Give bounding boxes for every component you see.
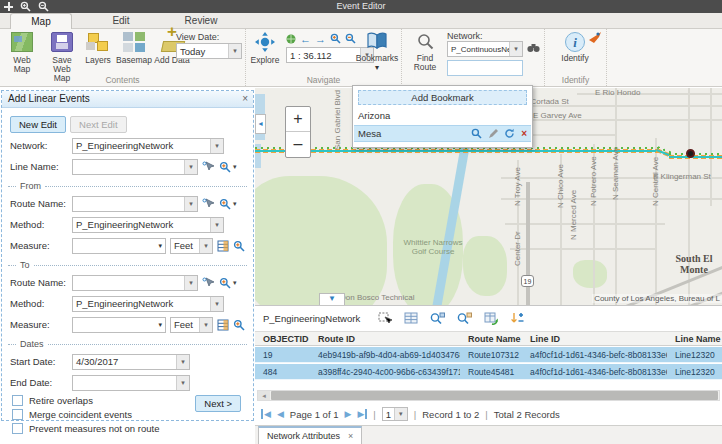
to-measure-input[interactable]: ▾ (72, 317, 166, 333)
chevron-down-icon[interactable]: ▾ (184, 276, 197, 290)
prevent-measures-option[interactable]: Prevent measures not on route (12, 423, 243, 434)
column-header[interactable]: Route ID (310, 334, 460, 344)
from-measure-input[interactable]: ▾ (72, 238, 166, 254)
web-map-button[interactable]: Web Map (4, 32, 40, 74)
place-label: South El Monte (663, 253, 722, 275)
next-page-button[interactable]: ▶ (344, 409, 351, 419)
chevron-down-icon[interactable]: ▾ (394, 408, 407, 420)
chevron-down-icon[interactable]: ▾ (158, 321, 165, 329)
select-on-map-icon[interactable] (202, 161, 215, 173)
zoom-menu-icon[interactable]: ▾ (219, 198, 237, 210)
chevron-down-icon[interactable]: ▾ (210, 139, 223, 153)
full-extent-icon[interactable] (286, 34, 296, 44)
next-extent-icon[interactable]: → (315, 34, 326, 44)
explore-button[interactable]: Explore (249, 32, 281, 65)
bookmark-item-mesa[interactable]: Mesa × (354, 125, 531, 142)
zoom-to-bookmark-icon[interactable] (471, 128, 482, 139)
zoom-to-selected-icon[interactable] (430, 312, 445, 325)
calendar-dropdown-icon[interactable]: ▾ (176, 376, 189, 390)
next-button[interactable]: Next > (195, 395, 241, 412)
zoom-to-measure-icon[interactable] (233, 240, 245, 252)
zoom-menu-icon[interactable]: ▾ (219, 161, 237, 173)
measure-picker-icon[interactable] (217, 319, 229, 331)
layer-name-tab[interactable]: P_EngineeringNetwork (263, 313, 360, 324)
bookmarks-button[interactable]: Bookmarks ▾ (354, 32, 400, 72)
collapse-table-arrow[interactable]: ▼ (319, 293, 345, 305)
basemap-button[interactable]: Basemap (114, 32, 154, 65)
bookmark-item-arizona[interactable]: Arizona (354, 108, 531, 123)
chevron-down-icon[interactable]: ▾ (509, 42, 522, 56)
line-name-input[interactable]: ▾ (72, 159, 198, 175)
to-route-name-input[interactable]: ▾ (72, 275, 198, 291)
column-header[interactable]: Route Name (460, 334, 522, 344)
zoom-out-button[interactable]: – (286, 132, 310, 157)
tab-network-attributes[interactable]: Network Attributes × (258, 426, 362, 444)
zoom-in-button[interactable]: + (286, 107, 310, 132)
chevron-down-icon[interactable]: ▾ (210, 218, 223, 232)
last-page-button[interactable]: ▶ (357, 409, 367, 419)
chevron-down-icon[interactable]: ▾ (184, 197, 197, 211)
route-point-marker[interactable] (686, 149, 695, 158)
scrollbar-thumb[interactable] (271, 391, 718, 400)
previous-page-button[interactable]: ◀ (277, 409, 284, 419)
column-header[interactable]: Line Name (667, 334, 722, 344)
binoculars-icon[interactable] (527, 42, 540, 53)
checkbox[interactable] (12, 423, 23, 434)
checkbox[interactable] (12, 395, 23, 406)
from-method-select[interactable]: P_EngineeringNetwork ▾ (72, 217, 224, 233)
new-edit-button[interactable]: New Edit (10, 116, 66, 133)
measure-picker-icon[interactable] (217, 240, 229, 252)
calendar-dropdown-icon[interactable]: ▾ (176, 355, 189, 369)
chevron-down-icon[interactable]: ▾ (199, 239, 212, 253)
tab-map[interactable]: Map (10, 13, 72, 29)
flag-icon[interactable] (589, 32, 601, 43)
column-header[interactable]: OBJECTID (255, 334, 310, 344)
next-edit-button[interactable]: Next Edit (70, 116, 127, 133)
scroll-left-arrow[interactable]: ◂ (258, 391, 270, 400)
network-select[interactable]: P_EngineeringNetwork ▾ (72, 138, 224, 154)
select-on-map-icon[interactable] (202, 198, 215, 210)
refresh-bookmark-icon[interactable] (504, 128, 515, 139)
page-select[interactable]: 1 ▾ (382, 407, 408, 421)
layers-button[interactable]: Layers (82, 32, 114, 65)
zoom-menu-icon[interactable]: ▾ (219, 277, 237, 289)
horizontal-scrollbar[interactable]: ◂ (257, 390, 720, 401)
chevron-down-icon[interactable]: ▾ (210, 297, 223, 311)
event-route-line[interactable] (255, 147, 661, 155)
view-date-select[interactable]: Today ▾ (176, 43, 242, 59)
chevron-down-icon[interactable]: ▾ (184, 160, 197, 174)
zoom-to-measure-icon[interactable] (233, 319, 245, 331)
from-route-name-input[interactable]: ▾ (72, 196, 198, 212)
chevron-down-icon[interactable]: ▾ (158, 242, 165, 250)
close-tab-icon[interactable]: × (348, 431, 353, 444)
from-unit-select[interactable]: Feet ▾ (170, 238, 213, 254)
chevron-down-icon[interactable]: ▾ (199, 318, 212, 332)
close-icon[interactable]: × (242, 93, 248, 104)
column-header[interactable]: Line ID (522, 334, 667, 344)
start-date-input[interactable]: 4/30/2017 ▾ (72, 354, 190, 370)
pan-to-selected-icon[interactable] (457, 312, 472, 325)
add-bookmark-button[interactable]: Add Bookmark (358, 90, 527, 105)
table-row[interactable]: 484 a398ff4c-2940-4c00-96b6-c63439f1711 … (255, 364, 722, 380)
table-row[interactable]: 19 4eb9419b-af9b-4d04-ab69-1d403476802b … (255, 347, 722, 363)
to-unit-select[interactable]: Feet ▾ (170, 317, 213, 333)
find-route-button[interactable]: Find Route (408, 33, 442, 72)
select-on-map-icon[interactable] (202, 277, 215, 289)
end-date-input[interactable]: ▾ (72, 375, 190, 391)
to-method-select[interactable]: P_EngineeringNetwork ▾ (72, 296, 224, 312)
network-select[interactable]: P_ContinuousNetwork ▾ (447, 41, 523, 57)
checkbox[interactable] (12, 409, 23, 420)
previous-extent-icon[interactable]: ← (300, 34, 311, 44)
tab-edit[interactable]: Edit (90, 13, 152, 29)
refresh-table-icon[interactable] (484, 312, 498, 325)
map-zoom-in-icon[interactable] (330, 33, 341, 44)
route-input[interactable] (447, 60, 523, 76)
first-page-button[interactable]: ◀ (261, 409, 271, 419)
collapse-panel-arrow[interactable]: ◂ (255, 114, 266, 134)
select-records-icon[interactable] (378, 312, 392, 325)
sort-add-icon[interactable] (510, 312, 524, 325)
chevron-down-icon[interactable]: ▾ (228, 44, 241, 58)
table-icon[interactable] (404, 312, 418, 324)
edit-bookmark-icon[interactable] (488, 129, 498, 139)
delete-bookmark-icon[interactable]: × (521, 128, 527, 139)
